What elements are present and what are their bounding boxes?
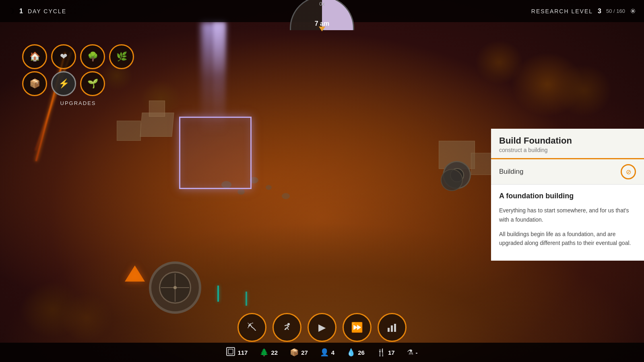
svg-rect-1: [388, 328, 390, 332]
clock-speed: 0x: [319, 1, 325, 7]
play-button[interactable]: ▶: [308, 313, 336, 342]
resource-bar: 117 🌲 22 📦 27 👤 4 💧 26 🍴 17 ⚗ -: [0, 343, 644, 362]
tree-button[interactable]: 🌳: [80, 44, 105, 69]
wood-value: 22: [271, 349, 278, 356]
research-resource: ⚗ -: [407, 348, 418, 357]
moon-icon: ☽: [8, 7, 14, 16]
panel-title: Build Foundation: [499, 136, 636, 146]
day-cycle-section: ☽ 1 DAY CYCLE: [8, 7, 66, 16]
food-icon: 🍴: [377, 348, 386, 357]
boxes-value: 27: [301, 349, 308, 356]
light-beam: [201, 22, 225, 135]
cancel-button[interactable]: ⊘: [621, 164, 636, 179]
location-marker: [125, 265, 145, 282]
svg-rect-4: [227, 348, 235, 356]
svg-rect-2: [391, 325, 393, 332]
description-title: A foundation building: [499, 192, 636, 200]
wood-icon: 🌲: [260, 348, 268, 357]
materials-value: 117: [237, 349, 248, 356]
health-button[interactable]: ❤: [51, 44, 76, 69]
water-value: 26: [358, 349, 365, 356]
top-icon-row: 🏠 ❤ 🌳 🌿: [22, 44, 134, 69]
food-resource: 🍴 17: [377, 348, 395, 357]
fast-forward-button[interactable]: ⏩: [343, 313, 372, 342]
wood-resource: 🌲 22: [260, 348, 278, 357]
water-icon: 💧: [347, 348, 355, 357]
clock-arrow: [319, 27, 325, 31]
bottom-action-bar: ⛏ ▶ ⏩: [237, 313, 407, 342]
panel-subtitle: construct a building: [499, 147, 636, 153]
home-button[interactable]: 🏠: [22, 44, 47, 69]
run-action-button[interactable]: [272, 313, 301, 342]
day-cycle-label: DAY CYCLE: [28, 8, 66, 14]
building-label: Building: [499, 168, 524, 176]
clock-container: 7 am 0x: [290, 0, 354, 32]
boxes-resource: 📦 27: [290, 348, 308, 357]
upgrades-label: UPGRADES: [22, 100, 134, 106]
research-section: RESEARCH LEVEL 3 50 / 160 ✳: [531, 7, 636, 16]
research-label: RESEARCH LEVEL: [531, 8, 593, 14]
panel-header: Build Foundation construct a building: [491, 129, 644, 158]
population-resource: 👤 4: [320, 348, 334, 357]
building-section: Building ⊘: [491, 159, 644, 185]
day-number: 1: [19, 8, 23, 15]
foundation-square: [179, 117, 252, 189]
research-level-number: 3: [598, 8, 601, 15]
description-text-1: Everything has to start somewhere, and f…: [499, 206, 636, 224]
boxes-icon: 📦: [290, 348, 299, 357]
population-icon: 👤: [320, 348, 329, 357]
stats-button[interactable]: [378, 313, 407, 342]
materials-icon: [226, 347, 235, 358]
food-value: 17: [388, 349, 395, 356]
research-icon: ✳: [630, 7, 636, 16]
bottom-icon-row: 📦 ⚡ 🌱: [22, 71, 134, 96]
svg-point-0: [287, 323, 290, 325]
panel-description: A foundation building Everything has to …: [491, 185, 644, 261]
top-bar: ☽ 1 DAY CYCLE 7 am 0x RESEARCH LEVEL 3 5…: [0, 0, 644, 22]
water-resource: 💧 26: [347, 348, 365, 357]
svg-rect-3: [394, 324, 396, 332]
right-panel: Build Foundation construct a building Bu…: [491, 129, 644, 261]
nature-button[interactable]: 🌿: [109, 44, 134, 69]
population-value: 4: [331, 349, 334, 356]
left-panel: 🏠 ❤ 🌳 🌿 📦 ⚡ 🌱 UPGRADES: [22, 44, 134, 106]
description-text-2: All buildings begin life as a foundation…: [499, 230, 636, 248]
box-button[interactable]: 📦: [22, 71, 47, 96]
research-value: -: [416, 349, 418, 356]
materials-resource: 117: [226, 347, 248, 358]
research-progress: 50 / 160: [606, 8, 625, 14]
growth-button[interactable]: 🌱: [80, 71, 105, 96]
flask-icon: ⚗: [407, 348, 413, 357]
svg-rect-5: [228, 349, 233, 354]
mine-action-button[interactable]: ⛏: [237, 313, 266, 342]
power-button[interactable]: ⚡: [51, 71, 76, 96]
